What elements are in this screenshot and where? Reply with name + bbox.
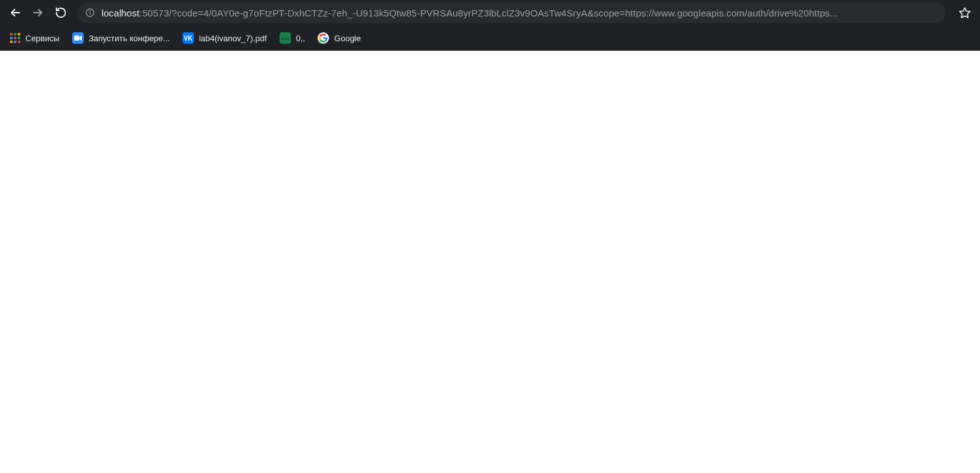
url-path: :50573/?code=4/0AY0e-g7oFtzPT-DxhCTZz-7e… (139, 8, 838, 18)
vk-icon: VK (183, 32, 194, 44)
bookmark-vk-pdf[interactable]: VK lab4(ivanov_7).pdf (177, 29, 272, 48)
arrow-left-icon (9, 6, 22, 19)
back-button[interactable] (5, 3, 25, 23)
reload-icon (55, 6, 67, 19)
green-icon: ●●● (280, 32, 291, 44)
bookmark-label: 0,, (296, 34, 305, 43)
apps-label: Сервисы (25, 34, 60, 43)
apps-button[interactable]: Сервисы (5, 29, 65, 48)
google-icon (318, 32, 329, 44)
bookmarks-bar: Сервисы Запустить конфере... VK lab4(iva… (0, 25, 980, 51)
zoom-icon (72, 32, 84, 44)
forward-button[interactable] (28, 3, 48, 23)
toolbar: localhost:50573/?code=4/0AY0e-g7oFtzPT-D… (0, 0, 980, 25)
reload-button[interactable] (51, 3, 71, 23)
star-icon (958, 6, 971, 19)
url-host: localhost (101, 8, 139, 18)
bookmark-label: Google (334, 34, 361, 43)
bookmark-label: Запустить конфере... (89, 34, 170, 43)
bookmark-label: lab4(ivanov_7).pdf (199, 34, 267, 43)
bookmark-zoom[interactable]: Запустить конфере... (67, 29, 175, 48)
bookmark-star-button[interactable] (955, 3, 975, 23)
svg-rect-6 (74, 36, 79, 41)
site-info-icon[interactable] (85, 8, 95, 18)
address-bar[interactable]: localhost:50573/?code=4/0AY0e-g7oFtzPT-D… (77, 3, 946, 23)
bookmark-google[interactable]: Google (313, 29, 366, 48)
apps-grid-icon (10, 33, 20, 43)
svg-marker-5 (960, 8, 970, 18)
browser-chrome: localhost:50573/?code=4/0AY0e-g7oFtzPT-D… (0, 0, 980, 51)
arrow-right-icon (32, 6, 44, 19)
url-text: localhost:50573/?code=4/0AY0e-g7oFtzPT-D… (101, 8, 938, 18)
bookmark-zero[interactable]: ●●● 0,, (274, 29, 310, 48)
svg-marker-7 (79, 36, 82, 41)
svg-point-4 (90, 11, 91, 11)
page-content (0, 51, 980, 473)
